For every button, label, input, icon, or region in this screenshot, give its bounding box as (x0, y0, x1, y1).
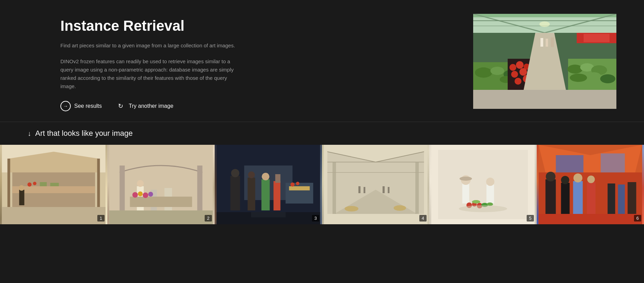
page-title: Instance Retrieval (60, 17, 240, 35)
svg-rect-90 (383, 186, 385, 193)
art-item-inner-5: 5 (429, 145, 537, 224)
svg-point-31 (587, 72, 601, 80)
svg-rect-89 (364, 187, 365, 193)
arrow-right-icon: → (60, 101, 71, 111)
art-item-1[interactable]: 1 (0, 145, 107, 224)
art-number-5: 5 (527, 215, 534, 221)
svg-rect-125 (628, 182, 636, 214)
down-arrow-icon: ↓ (28, 130, 31, 138)
svg-point-71 (262, 173, 270, 180)
header-section: Instance Retrieval Find art pieces simil… (0, 0, 644, 122)
svg-point-59 (133, 192, 138, 198)
svg-point-27 (567, 65, 583, 74)
art-number-4: 4 (419, 215, 427, 221)
svg-rect-63 (109, 210, 213, 224)
art-canvas-1 (0, 145, 107, 224)
art-item-inner-3: 3 (215, 145, 322, 224)
description-1: Find art pieces similar to a given image… (60, 41, 240, 50)
art-canvas-3 (215, 145, 322, 224)
art-item-inner-2: 2 (107, 145, 215, 224)
svg-rect-49 (40, 182, 47, 186)
svg-point-77 (296, 182, 300, 185)
description-2: DINOv2 frozen features can readily be us… (60, 57, 240, 91)
art-item-3[interactable]: 3 (215, 145, 322, 224)
svg-point-61 (143, 192, 148, 198)
buttons-row: → See results ↻ Try another image (60, 101, 240, 111)
art-canvas-6 (537, 145, 644, 224)
see-results-label: See results (74, 103, 102, 109)
svg-rect-123 (608, 183, 615, 214)
svg-point-14 (509, 64, 516, 71)
art-item-6[interactable]: 6 (537, 145, 644, 224)
svg-rect-95 (416, 162, 419, 214)
try-another-button[interactable]: ↻ Try another image (116, 101, 173, 111)
svg-rect-43 (12, 186, 95, 193)
svg-rect-98 (462, 183, 469, 204)
art-number-2: 2 (205, 215, 212, 221)
svg-point-9 (490, 67, 504, 75)
svg-point-47 (28, 182, 32, 187)
svg-point-69 (248, 171, 255, 178)
svg-point-36 (539, 21, 550, 27)
text-content: Instance Retrieval Find art pieces simil… (60, 14, 240, 111)
svg-point-11 (482, 77, 499, 85)
art-item-2[interactable]: 2 (107, 145, 215, 224)
svg-point-67 (231, 169, 240, 177)
art-canvas-2 (107, 145, 215, 224)
art-number-1: 1 (97, 215, 105, 221)
svg-rect-68 (248, 178, 255, 210)
art-number-6: 6 (634, 215, 641, 221)
svg-rect-2 (473, 14, 616, 17)
svg-rect-101 (487, 185, 494, 204)
svg-point-116 (546, 172, 556, 181)
svg-point-17 (511, 71, 518, 78)
svg-point-62 (148, 192, 153, 197)
svg-rect-73 (275, 174, 281, 183)
svg-rect-25 (551, 37, 554, 47)
svg-point-93 (394, 205, 406, 211)
art-item-inner-6: 6 (537, 145, 644, 224)
svg-rect-114 (601, 153, 625, 172)
see-results-button[interactable]: → See results (60, 101, 102, 111)
svg-rect-79 (251, 212, 286, 217)
svg-point-15 (516, 61, 524, 69)
svg-point-48 (33, 182, 37, 185)
art-number-3: 3 (312, 215, 319, 221)
svg-rect-91 (388, 187, 390, 193)
svg-point-32 (600, 74, 615, 83)
svg-point-76 (291, 182, 295, 187)
svg-rect-94 (333, 162, 336, 214)
query-image (473, 14, 616, 109)
art-item-5[interactable]: 5 (429, 145, 537, 224)
svg-rect-119 (573, 181, 583, 214)
try-another-label: Try another image (129, 103, 173, 109)
svg-rect-23 (540, 38, 543, 47)
svg-rect-58 (130, 197, 192, 207)
svg-rect-34 (584, 34, 609, 42)
svg-rect-70 (262, 179, 270, 210)
svg-point-118 (561, 176, 569, 184)
svg-rect-124 (618, 185, 625, 214)
svg-rect-126 (539, 214, 642, 224)
svg-point-45 (19, 185, 25, 191)
svg-rect-121 (587, 182, 596, 214)
svg-point-8 (475, 67, 492, 78)
svg-rect-35 (473, 90, 616, 109)
svg-point-100 (460, 177, 472, 181)
svg-point-30 (570, 74, 587, 82)
svg-rect-117 (561, 183, 570, 214)
svg-point-102 (486, 178, 495, 186)
svg-point-20 (515, 78, 521, 85)
art-item-inner-1: 1 (0, 145, 107, 224)
svg-rect-46 (2, 207, 106, 224)
svg-rect-72 (274, 181, 281, 210)
svg-rect-115 (546, 179, 556, 214)
svg-point-109 (459, 205, 507, 212)
svg-point-108 (472, 200, 480, 204)
art-item-4[interactable]: 4 (322, 145, 429, 224)
art-canvas-4 (322, 145, 429, 224)
svg-rect-44 (19, 190, 25, 205)
svg-rect-74 (286, 183, 313, 204)
svg-point-18 (519, 68, 527, 76)
art-canvas-5 (429, 145, 537, 224)
